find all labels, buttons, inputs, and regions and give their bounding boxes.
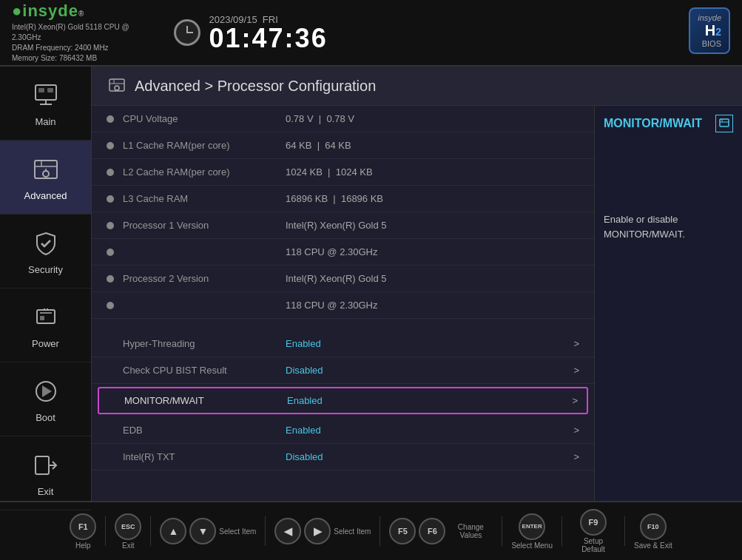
row-monitor-mwait[interactable]: MONITOR/MWAIT Enabled >	[98, 387, 588, 414]
sidebar-item-main-label: Main	[35, 116, 55, 127]
page-title-bar: Advanced > Processor Configuration	[92, 67, 742, 106]
key-up-circle: ▲	[160, 518, 186, 544]
row-arrow: >	[573, 365, 579, 376]
info-title: MONITOR/MWAIT	[604, 115, 733, 132]
row-value: 0.78 V | 0.78 V	[286, 113, 579, 124]
row-hyper-threading[interactable]: Hyper-Threading Enabled >	[92, 331, 594, 357]
settings-panel: CPU Voltage 0.78 V | 0.78 V L1 Cache RAM…	[92, 106, 594, 501]
key-f10[interactable]: F10 Save & Exit	[634, 513, 672, 550]
bullet	[107, 142, 114, 149]
key-enter-label: Select Menu	[511, 542, 553, 550]
svg-rect-18	[109, 79, 124, 91]
row-value: Disabled	[286, 365, 567, 376]
row-proc2-version-cont: 118 CPU @ 2.30GHz	[92, 292, 594, 319]
key-sep-7	[624, 516, 625, 546]
bullet	[107, 195, 114, 203]
row-label: Processor 2 Version	[123, 273, 286, 284]
sidebar-item-advanced-label: Advanced	[24, 190, 67, 201]
logo-insyde: ●insyde®	[12, 1, 129, 21]
time-text: 01:47:36	[209, 25, 328, 52]
info-description: Enable or disable MONITOR/MWAIT.	[604, 212, 733, 241]
advanced-icon	[30, 153, 62, 186]
exit-icon	[30, 449, 62, 482]
bullet	[107, 302, 114, 309]
key-f1[interactable]: F1 Help	[70, 513, 96, 550]
key-esc-circle: ESC	[115, 513, 141, 540]
sidebar-item-advanced[interactable]: Advanced	[0, 141, 91, 215]
power-icon	[30, 301, 62, 334]
sidebar-item-power[interactable]: Power	[0, 289, 91, 362]
row-check-cpu-bist[interactable]: Check CPU BIST Result Disabled >	[92, 357, 594, 384]
key-right[interactable]: ▶	[304, 518, 331, 544]
key-enter[interactable]: ENTER Select Menu	[511, 513, 553, 550]
row-label: L1 Cache RAM(per core)	[123, 140, 286, 151]
key-sep-2	[150, 516, 151, 546]
row-edb[interactable]: EDB Enabled >	[92, 417, 594, 444]
sidebar: Main Advanced S	[0, 67, 92, 501]
row-proc2-version: Processor 2 Version Intel(R) Xeon(R) Gol…	[92, 266, 594, 292]
boot-icon	[30, 375, 62, 408]
key-sep-6	[561, 516, 562, 546]
row-value: Enabled	[286, 338, 567, 349]
row-label: L2 Cache RAM(per core)	[123, 166, 286, 178]
row-intel-txt[interactable]: Intel(R) TXT Disabled >	[92, 444, 594, 470]
row-value: Intel(R) Xeon(R) Gold 5	[286, 220, 579, 231]
key-left[interactable]: ◀	[274, 518, 301, 544]
page-title-icon	[107, 75, 127, 96]
key-left-circle: ◀	[274, 518, 301, 544]
main-layout: Main Advanced S	[0, 67, 742, 501]
row-value: Enabled	[287, 395, 566, 406]
svg-rect-16	[36, 456, 49, 474]
key-esc[interactable]: ESC Exit	[115, 513, 141, 550]
leftright-label: Select Item	[334, 527, 371, 536]
key-up[interactable]: ▲	[160, 518, 186, 544]
key-f1-circle: F1	[70, 513, 96, 540]
clock-icon	[174, 19, 200, 46]
svg-point-8	[43, 171, 49, 177]
key-f10-label: Save & Exit	[634, 542, 672, 550]
key-f9-label: Setup Default	[571, 537, 615, 553]
bullet	[107, 222, 114, 229]
bios-logo: insyde H 2 BIOS	[689, 7, 730, 54]
row-label: EDB	[123, 425, 286, 436]
row-value: 1024 KB | 1024 KB	[286, 166, 579, 178]
row-cpu-voltage: CPU Voltage 0.78 V | 0.78 V	[92, 106, 594, 132]
f5f6-group: F5 F6 Change Values	[389, 518, 493, 544]
row-value: 118 CPU @ 2.30GHz	[286, 246, 579, 257]
row-l3-cache: L3 Cache RAM 16896 KB | 16896 KB	[92, 186, 594, 212]
bullet	[107, 169, 114, 176]
key-sep-5	[502, 516, 502, 546]
bullet	[107, 249, 114, 256]
key-f10-circle: F10	[640, 513, 667, 540]
svg-rect-3	[38, 88, 44, 92]
sidebar-item-exit[interactable]: Exit	[0, 436, 91, 510]
sidebar-item-exit-label: Exit	[38, 486, 54, 497]
sidebar-item-security[interactable]: Security	[0, 215, 91, 289]
bullet	[107, 115, 114, 123]
svg-rect-14	[40, 316, 44, 320]
sidebar-item-main[interactable]: Main	[0, 67, 91, 141]
key-f9[interactable]: F9 Setup Default	[571, 509, 615, 553]
top-bar: ●insyde® Intel(R) Xeon(R) Gold 5118 CPU …	[0, 0, 742, 67]
key-down-circle: ▼	[189, 518, 216, 544]
content-area: Advanced > Processor Configuration CPU V…	[92, 67, 742, 501]
sidebar-item-security-label: Security	[28, 264, 63, 275]
bullet	[107, 275, 114, 283]
sidebar-item-power-label: Power	[32, 338, 59, 349]
key-f6[interactable]: F6	[419, 518, 445, 544]
row-label: Check CPU BIST Result	[123, 365, 286, 376]
key-sep-4	[380, 516, 380, 546]
arrow-keys-leftright: ◀ ▶ Select Item	[274, 518, 371, 544]
key-f5[interactable]: F5	[389, 518, 416, 544]
key-down[interactable]: ▼	[189, 518, 216, 544]
sidebar-item-boot[interactable]: Boot	[0, 362, 91, 436]
key-f5-circle: F5	[389, 518, 416, 544]
row-value: Intel(R) Xeon(R) Gold 5	[286, 273, 579, 284]
info-panel: MONITOR/MWAIT Enable or disable MONITOR/…	[594, 106, 742, 501]
row-label: Processor 1 Version	[123, 220, 286, 231]
row-proc1-version: Processor 1 Version Intel(R) Xeon(R) Gol…	[92, 212, 594, 239]
main-icon	[30, 79, 62, 112]
svg-rect-10	[37, 310, 55, 323]
svg-rect-22	[720, 119, 729, 126]
key-sep-1	[105, 516, 106, 546]
